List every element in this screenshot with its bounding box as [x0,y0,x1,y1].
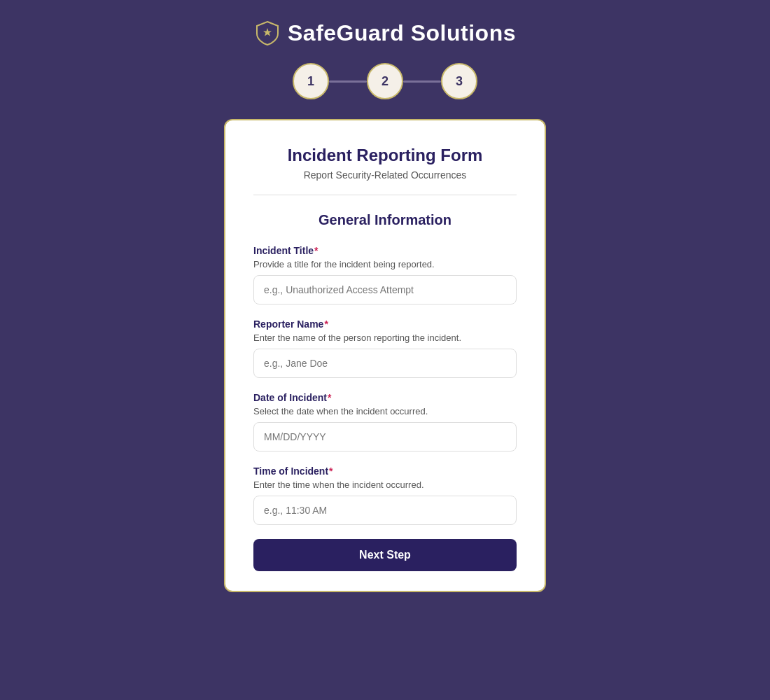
next-step-button[interactable]: Next Step [253,539,517,571]
app-title: SafeGuard Solutions [288,20,516,46]
form-divider [253,195,517,195]
shield-star-icon [254,20,281,46]
form-subtitle: Report Security-Related Occurrences [253,169,517,181]
step-2[interactable]: 2 [367,63,403,99]
reporter-name-required: * [324,318,328,330]
step-line-1 [329,80,367,83]
form-title: Incident Reporting Form [253,146,517,165]
date-of-incident-label: Date of Incident* [253,392,517,403]
reporter-name-description: Enter the name of the person reporting t… [253,332,517,343]
date-of-incident-input[interactable] [253,422,517,451]
step-1[interactable]: 1 [293,63,329,99]
time-required: * [329,465,332,477]
step-3[interactable]: 3 [441,63,477,99]
app-header: SafeGuard Solutions [254,20,516,46]
date-required: * [328,392,331,403]
incident-title-field: Incident Title* Provide a title for the … [253,245,517,304]
date-description: Select the date when the incident occurr… [253,406,517,416]
form-card: Incident Reporting Form Report Security-… [224,119,546,592]
stepper: 1 2 3 [293,63,477,99]
reporter-name-field: Reporter Name* Enter the name of the per… [253,318,517,378]
incident-title-input[interactable] [253,275,517,304]
incident-title-label: Incident Title* [253,245,517,256]
section-title: General Information [253,212,517,228]
time-description: Enter the time when the incident occurre… [253,479,517,490]
time-of-incident-input[interactable] [253,496,517,525]
reporter-name-input[interactable] [253,349,517,378]
date-of-incident-field: Date of Incident* Select the date when t… [253,392,517,451]
step-line-2 [403,80,441,83]
incident-title-required: * [314,245,318,256]
incident-title-description: Provide a title for the incident being r… [253,259,517,270]
time-of-incident-field: Time of Incident* Enter the time when th… [253,465,517,525]
time-of-incident-label: Time of Incident* [253,465,517,477]
form-header: Incident Reporting Form Report Security-… [253,146,517,181]
reporter-name-label: Reporter Name* [253,318,517,330]
